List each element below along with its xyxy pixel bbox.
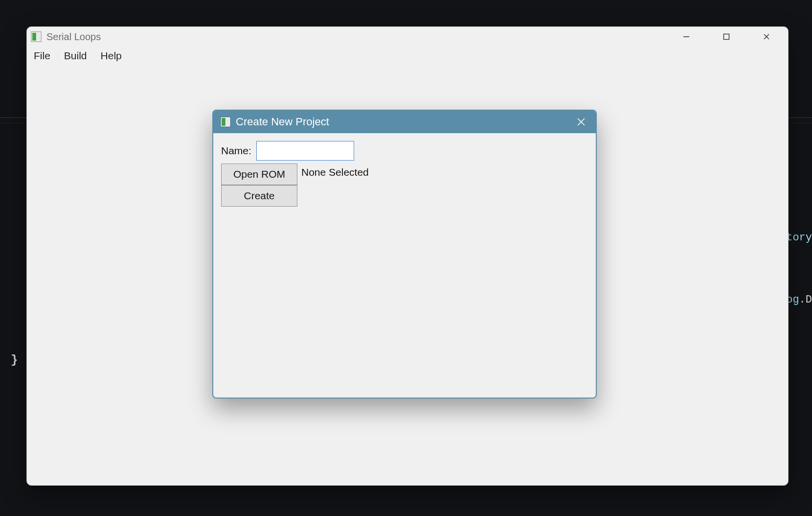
titlebar[interactable]: Serial Loops [27,27,788,47]
svg-rect-1 [32,33,36,41]
svg-rect-4 [724,34,729,40]
dialog-titlebar[interactable]: Create New Project [213,111,596,133]
code-close-brace: } [11,352,18,368]
open-rom-button[interactable]: Open ROM [221,164,297,185]
close-button[interactable] [756,29,777,45]
menu-build[interactable]: Build [64,50,87,62]
menu-help[interactable]: Help [101,50,122,62]
rom-status-label: None Selected [301,164,369,178]
project-name-input[interactable] [256,141,354,161]
maximize-button[interactable] [716,29,737,45]
create-button[interactable]: Create [221,185,297,207]
dialog-app-icon [220,117,231,127]
menu-bar: File Build Help [27,47,788,65]
svg-rect-2 [37,33,40,41]
app-icon [31,31,42,42]
dialog-body: Name: Open ROM Create None Selected [213,133,596,214]
menu-file[interactable]: File [34,50,50,62]
svg-rect-9 [226,118,229,126]
create-new-project-dialog: Create New Project Name: Open ROM Create… [212,110,597,399]
minimize-button[interactable] [676,29,697,45]
dialog-title: Create New Project [236,116,329,128]
svg-rect-8 [222,118,226,126]
name-label: Name: [221,145,251,157]
dialog-close-button[interactable] [573,114,589,130]
window-title: Serial Loops [46,31,101,43]
